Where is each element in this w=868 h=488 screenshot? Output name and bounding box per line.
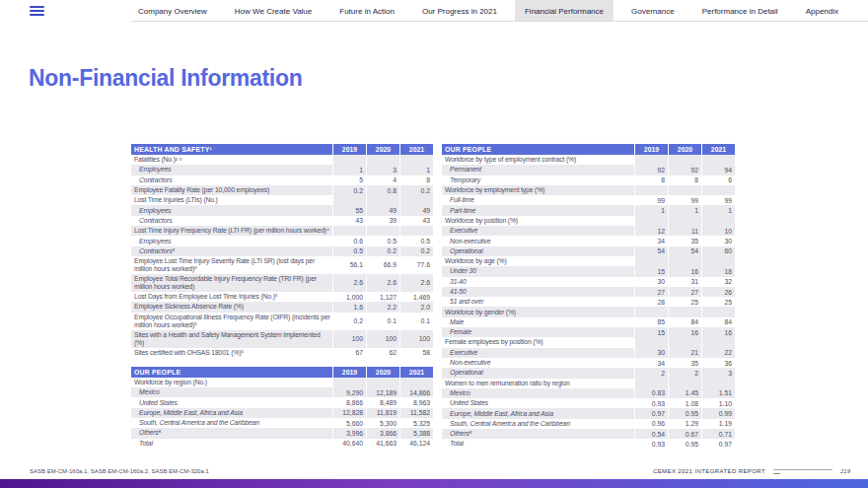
row-label: Workforce by age (%) xyxy=(442,256,634,266)
year-column-header: 2019 xyxy=(332,144,366,155)
row-label: Employee Sickness Absence Rate (%) xyxy=(131,302,332,312)
nav-divider xyxy=(131,21,868,22)
row-label: Europe, Middle East, Africa and Asia xyxy=(131,408,332,418)
row-value: 27 xyxy=(634,287,668,297)
row-label: Operational xyxy=(442,368,634,378)
row-value: 25 xyxy=(668,297,701,307)
row-value: 3,866 xyxy=(366,428,399,438)
row-value xyxy=(399,226,433,236)
table-row: Mexico0.831.451.51 xyxy=(442,388,735,398)
row-value: 0.2 xyxy=(332,185,366,195)
table-row: Mexico9,29012,18914,866 xyxy=(131,387,433,397)
row-label: Sites with a Health and Safety Managemen… xyxy=(131,330,332,348)
table-row: United States8,8668,4898,963 xyxy=(131,397,433,407)
row-label: Fatalities (No.)² ³ xyxy=(131,155,332,165)
table-row: Employee Total Recordable Injury Frequen… xyxy=(131,274,433,292)
row-value: 15 xyxy=(634,266,668,276)
row-value xyxy=(332,155,366,165)
table-row: 51 and over282525 xyxy=(442,297,735,307)
row-value: 0.67 xyxy=(668,429,701,439)
row-label: Mexico xyxy=(442,388,634,398)
table-row: Employees554949 xyxy=(131,205,433,215)
row-value: 35 xyxy=(668,358,701,368)
tab-governance[interactable]: Governance xyxy=(621,0,685,22)
tab-performance-in-detail[interactable]: Performance in Detail xyxy=(692,0,788,22)
row-value: 0.95 xyxy=(668,439,701,449)
table-row: Male858484 xyxy=(442,317,735,327)
menu-icon[interactable] xyxy=(30,6,44,18)
row-value: 2.0 xyxy=(399,302,433,312)
row-value: 8,963 xyxy=(399,397,433,407)
row-value: 0.93 xyxy=(634,439,668,449)
row-value: 35 xyxy=(668,236,701,245)
row-value xyxy=(668,256,701,266)
progress-tick xyxy=(773,473,780,474)
tab-future-in-action[interactable]: Future in Action xyxy=(329,0,404,22)
left-column: HEALTH AND SAFETY¹ 2019 2020 2021 Fatali… xyxy=(131,144,433,450)
row-value: 1,000 xyxy=(332,292,366,302)
row-label: Workforce by position (%) xyxy=(442,216,634,226)
row-value: 5 xyxy=(332,175,366,185)
row-value: 5,660 xyxy=(332,418,366,428)
row-value: 12,189 xyxy=(366,387,399,397)
tab-appendix[interactable]: Appendix xyxy=(796,0,848,22)
row-label: Employees xyxy=(131,165,332,174)
table-row: Lost Time Injury Frequency Rate (LTI FR)… xyxy=(131,226,433,236)
row-value: 8,489 xyxy=(366,397,399,407)
sasb-reference: SASB EM-CM-160a.1, SASB EM-CM-160a.2, SA… xyxy=(30,468,209,474)
tab-company-overview[interactable]: Company Overview xyxy=(128,0,217,22)
table-row: Non-executive343536 xyxy=(442,358,735,368)
tab-how-we-create-value[interactable]: How We Create Value xyxy=(225,0,322,22)
table-row: Operational223 xyxy=(442,368,735,378)
row-value: 67 xyxy=(332,348,366,358)
table-row: South, Central America and the Caribbean… xyxy=(442,419,735,429)
row-value: 0.97 xyxy=(634,408,668,418)
tab-financial-performance[interactable]: Financial Performance xyxy=(515,0,614,22)
footer-right: CEMEX 2021 INTEGRATED REPORT 219 xyxy=(653,468,850,474)
row-value: 55 xyxy=(332,205,366,215)
row-label: Sites certified with OHSAS 18001 (%)⁵ xyxy=(131,348,332,358)
year-column-header: 2020 xyxy=(366,144,399,155)
row-value: 58 xyxy=(399,348,433,358)
row-value: 16 xyxy=(668,266,701,276)
row-value: 1 xyxy=(634,205,668,215)
row-value xyxy=(332,195,366,205)
row-value: 43 xyxy=(399,216,433,226)
row-value: 0.2 xyxy=(332,313,366,330)
row-value: 11,819 xyxy=(366,408,399,418)
row-label: South, Central America and the Caribbean xyxy=(442,419,634,429)
row-value: 1.6 xyxy=(332,302,366,312)
row-value: 77.6 xyxy=(399,256,433,274)
table-row: Lost Days from Employee Lost Time Injuri… xyxy=(131,292,433,302)
row-value: 0.5 xyxy=(366,236,399,245)
row-value: 5,388 xyxy=(399,428,433,438)
year-column-header: 2019 xyxy=(332,367,366,378)
row-label: Employees xyxy=(131,205,332,215)
row-value xyxy=(668,216,701,226)
table-row: Female151616 xyxy=(442,327,735,337)
row-value: 8,866 xyxy=(332,397,366,407)
row-value: 30 xyxy=(634,348,668,358)
row-value: 0.95 xyxy=(668,408,701,418)
row-value: 6 xyxy=(701,175,735,185)
row-value: 92 xyxy=(634,165,668,174)
row-label: Full-time xyxy=(442,195,634,205)
table-row: Total0.930.950.97 xyxy=(442,439,735,449)
row-value: 60 xyxy=(701,246,735,256)
table-row: 41-50272726 xyxy=(442,287,735,297)
row-label: Employee Total Recordable Injury Frequen… xyxy=(131,274,332,292)
row-value: 39 xyxy=(366,216,399,226)
row-value: 25 xyxy=(701,297,735,307)
row-value: 0.83 xyxy=(634,388,668,398)
row-value: 0.99 xyxy=(701,408,735,418)
tab-our-progress-in-2021[interactable]: Our Progress in 2021 xyxy=(412,0,507,22)
row-value xyxy=(668,337,701,347)
row-value: 40,640 xyxy=(332,439,366,449)
row-value: 84 xyxy=(701,317,735,327)
row-value xyxy=(701,185,735,195)
table-row: Others⁶0.540.670.71 xyxy=(442,429,735,439)
row-value: 99 xyxy=(701,195,735,205)
row-value: 54 xyxy=(668,246,701,256)
row-value xyxy=(634,155,668,165)
table-row: Permanent929294 xyxy=(442,165,735,174)
